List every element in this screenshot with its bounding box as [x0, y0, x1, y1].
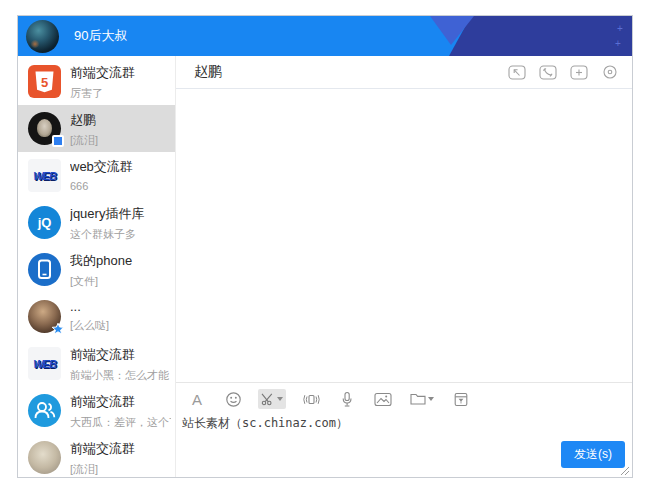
message-input[interactable]: 站长素材（sc.chinaz.com） [182, 415, 348, 432]
resize-handle[interactable] [619, 465, 630, 476]
conversation-item-frontend-group[interactable]: 前端交流群 大西瓜：差评，这个下 [18, 387, 175, 434]
conversation-title: jquery插件库 [70, 205, 171, 223]
web-logo-icon: WEB [28, 159, 61, 192]
star-badge [51, 322, 65, 336]
conversation-preview: 厉害了 [70, 86, 171, 101]
scissors-icon [261, 392, 275, 406]
screenshot-button[interactable] [258, 389, 286, 409]
contact-avatar [28, 300, 61, 333]
settings-icon [602, 64, 618, 80]
conversation-item-frontend-web[interactable]: WEB 前端交流群 前端小黑：怎么才能 [18, 340, 175, 387]
message-history-area[interactable] [176, 89, 632, 382]
conversation-item-dots[interactable]: ... [么么哒] [18, 293, 175, 340]
user-avatar[interactable] [26, 20, 59, 53]
microphone-icon [340, 391, 354, 408]
smiley-icon [225, 391, 242, 408]
group-icon [28, 394, 61, 427]
conversation-title: ... [70, 299, 171, 314]
conversation-item-jquery[interactable]: jQ jquery插件库 这个群妹子多 [18, 199, 175, 246]
input-toolbar: A [176, 383, 632, 409]
conversation-preview: [么么哒] [70, 318, 171, 333]
jquery-logo-icon: jQ [28, 206, 61, 239]
voice-call-button[interactable] [538, 64, 558, 80]
settings-button[interactable] [600, 64, 620, 80]
conversation-title: 前端交流群 [70, 346, 171, 364]
emoji-button[interactable] [222, 389, 244, 409]
font-icon: A [192, 391, 202, 408]
titlebar: + + 90后大叔 [18, 16, 632, 56]
folder-icon [410, 392, 426, 406]
send-image-button[interactable] [372, 389, 394, 409]
plus-icon [570, 65, 588, 80]
plus-decoration: + [617, 24, 623, 34]
chat-header: 赵鹏 [176, 56, 632, 89]
conversation-preview: 666 [70, 180, 171, 192]
arrow-up-left-icon [508, 65, 526, 80]
image-icon [374, 392, 392, 407]
shake-window-icon [302, 392, 321, 407]
qq-chat-window: + + 90后大叔 5 前端交流群 厉害了 [17, 15, 633, 478]
send-button[interactable]: 发送(s) [561, 441, 625, 468]
conversation-preview: 这个群妹子多 [70, 227, 171, 242]
conversation-preview: 前端小黑：怎么才能 [70, 368, 171, 383]
conversation-item-web-group[interactable]: WEB web交流群 666 [18, 152, 175, 199]
dropdown-caret-icon [428, 397, 434, 401]
message-history-button[interactable] [450, 389, 472, 409]
font-format-button[interactable]: A [186, 389, 208, 409]
conversation-title: 前端交流群 [70, 64, 171, 82]
contact-avatar [28, 112, 61, 145]
conversation-title: web交流群 [70, 158, 171, 176]
username: 90后大叔 [74, 16, 127, 56]
svg-text:5: 5 [41, 75, 48, 90]
chat-contact-name: 赵鹏 [194, 63, 222, 81]
html5-icon: 5 [28, 65, 61, 98]
window-shake-button[interactable] [300, 389, 322, 409]
conversation-title: 我的phone [70, 252, 171, 270]
dropdown-caret-icon [277, 397, 283, 401]
plus-decoration: + [615, 39, 621, 49]
conversation-preview: [流泪] [70, 133, 171, 148]
phone-icon [539, 65, 557, 80]
conversation-item-zhaopeng[interactable]: 赵鹏 [流泪] [18, 105, 175, 152]
conversation-item-frontend-last[interactable]: 前端交流群 [流泪] [18, 434, 175, 477]
voice-message-button[interactable] [336, 389, 358, 409]
conversation-list: 5 前端交流群 厉害了 赵鹏 [流泪] WEB web交流群 [18, 56, 176, 477]
add-app-button[interactable] [569, 64, 589, 80]
conversation-item-html5-group[interactable]: 5 前端交流群 厉害了 [18, 58, 175, 105]
conversation-title: 前端交流群 [70, 393, 171, 411]
conversation-title: 赵鹏 [70, 111, 171, 129]
popout-button[interactable] [507, 64, 527, 80]
contact-avatar [28, 441, 61, 474]
conversation-preview: [流泪] [70, 462, 171, 477]
phone-icon [28, 253, 61, 286]
web-logo-icon: WEB [28, 347, 61, 380]
conversation-title: 前端交流群 [70, 440, 171, 458]
conversation-item-my-phone[interactable]: 我的phone [文件] [18, 246, 175, 293]
conversation-preview: 大西瓜：差评，这个下 [70, 415, 171, 430]
message-box-icon [454, 392, 468, 407]
input-panel: A [176, 382, 632, 477]
conversation-preview: [文件] [70, 274, 171, 289]
mobile-online-badge [52, 135, 64, 147]
send-file-button[interactable] [408, 389, 436, 409]
chat-panel: 赵鹏 [176, 56, 632, 477]
